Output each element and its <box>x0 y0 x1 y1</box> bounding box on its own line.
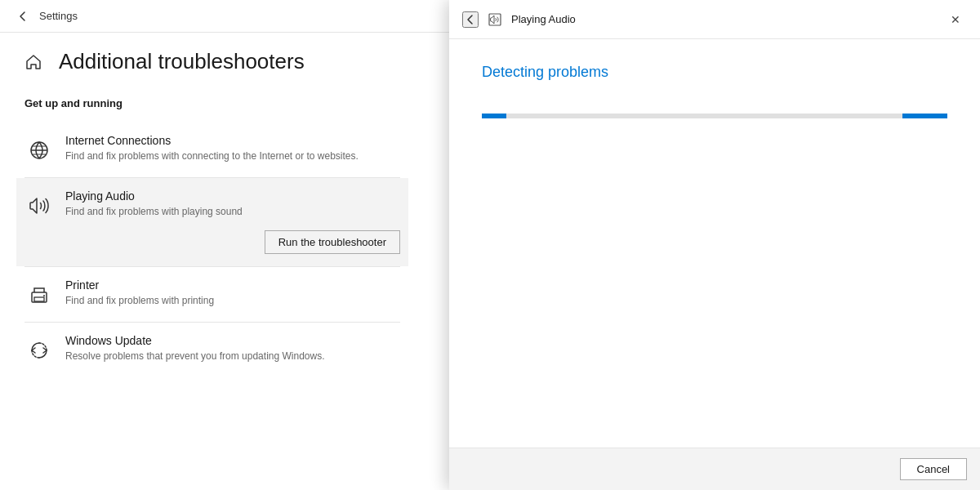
printer-desc: Find and fix problems with printing <box>65 294 400 308</box>
page-title-area: Additional troubleshooters <box>24 49 400 74</box>
run-troubleshooter-button[interactable]: Run the troubleshooter <box>265 230 400 254</box>
internet-connections-name: Internet Connections <box>65 134 400 147</box>
home-icon <box>24 51 47 74</box>
dialog-cancel-button[interactable]: Cancel <box>900 458 967 480</box>
dialog-audio-icon <box>487 11 503 28</box>
playing-audio-name: Playing Audio <box>65 189 400 203</box>
troubleshooter-item-windows-update: Windows Update Resolve problems that pre… <box>24 323 400 377</box>
progress-right-indicator <box>902 114 947 118</box>
titlebar-title: Settings <box>39 10 78 22</box>
svg-point-2 <box>43 295 45 296</box>
progress-bar <box>482 114 947 118</box>
dialog-content: Detecting problems <box>449 39 980 448</box>
playing-audio-dialog: Playing Audio ✕ Detecting problems Cance… <box>449 0 980 490</box>
windows-update-desc: Resolve problems that prevent you from u… <box>65 350 400 363</box>
windows-update-icon <box>24 336 54 365</box>
dialog-titlebar: Playing Audio ✕ <box>449 0 980 39</box>
dialog-footer: Cancel <box>449 448 980 490</box>
troubleshooter-item-internet: Internet Connections Find and fix proble… <box>24 122 400 177</box>
page-title-text: Additional troubleshooters <box>59 49 305 74</box>
playing-audio-icon <box>24 191 54 220</box>
internet-connections-icon <box>24 136 54 165</box>
troubleshooter-item-audio: Playing Audio Find and fix problems with… <box>16 178 408 266</box>
dialog-title: Playing Audio <box>511 13 576 25</box>
printer-icon <box>24 280 54 310</box>
dialog-back-button[interactable] <box>462 11 479 28</box>
svg-rect-1 <box>34 297 44 301</box>
progress-left-indicator <box>482 114 506 118</box>
section-header: Get up and running <box>24 97 400 109</box>
playing-audio-desc: Find and fix problems with playing sound <box>65 205 400 219</box>
internet-connections-desc: Find and fix problems with connecting to… <box>65 149 400 163</box>
printer-name: Printer <box>65 278 400 292</box>
windows-update-name: Windows Update <box>65 334 400 347</box>
left-panel: Additional troubleshooters Get up and ru… <box>0 33 425 490</box>
detecting-problems-title: Detecting problems <box>482 64 947 81</box>
troubleshooter-item-printer: Printer Find and fix problems with print… <box>24 267 400 322</box>
dialog-close-button[interactable]: ✕ <box>944 8 967 31</box>
titlebar-back-button[interactable] <box>13 7 33 26</box>
